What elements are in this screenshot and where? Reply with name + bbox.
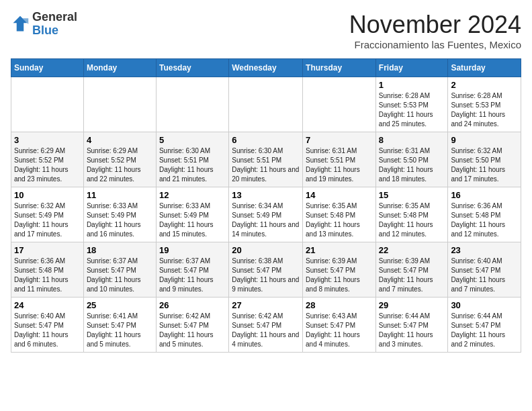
cell-sun-info: Sunrise: 6:28 AM Sunset: 5:53 PM Dayligh…: [379, 91, 445, 129]
calendar-table: SundayMondayTuesdayWednesdayThursdayFrid…: [11, 58, 521, 353]
table-row: 10Sunrise: 6:32 AM Sunset: 5:49 PM Dayli…: [11, 187, 84, 242]
cell-sun-info: Sunrise: 6:32 AM Sunset: 5:50 PM Dayligh…: [451, 146, 518, 184]
cell-sun-info: Sunrise: 6:35 AM Sunset: 5:48 PM Dayligh…: [379, 201, 445, 239]
day-number: 12: [159, 190, 226, 200]
day-number: 22: [379, 245, 445, 255]
table-row: 13Sunrise: 6:34 AM Sunset: 5:49 PM Dayli…: [229, 187, 303, 242]
month-title: November 2024: [349, 11, 521, 39]
table-row: 19Sunrise: 6:37 AM Sunset: 5:47 PM Dayli…: [156, 242, 228, 298]
col-header-monday: Monday: [83, 59, 156, 77]
cell-sun-info: Sunrise: 6:43 AM Sunset: 5:47 PM Dayligh…: [306, 312, 373, 349]
table-row: 23Sunrise: 6:40 AM Sunset: 5:47 PM Dayli…: [448, 242, 521, 298]
day-number: 9: [451, 135, 518, 145]
cell-sun-info: Sunrise: 6:30 AM Sunset: 5:51 PM Dayligh…: [159, 146, 226, 184]
col-header-thursday: Thursday: [303, 59, 376, 77]
day-number: 7: [306, 135, 373, 145]
cell-sun-info: Sunrise: 6:35 AM Sunset: 5:48 PM Dayligh…: [306, 201, 373, 239]
day-number: 29: [379, 300, 445, 310]
table-row: 21Sunrise: 6:39 AM Sunset: 5:47 PM Dayli…: [303, 242, 376, 298]
table-row: 7Sunrise: 6:31 AM Sunset: 5:51 PM Daylig…: [303, 132, 376, 187]
table-row: 17Sunrise: 6:36 AM Sunset: 5:48 PM Dayli…: [11, 242, 84, 298]
table-row: 8Sunrise: 6:31 AM Sunset: 5:50 PM Daylig…: [375, 132, 448, 187]
day-number: 5: [159, 135, 226, 145]
logo-blue-text: Blue: [32, 24, 58, 37]
day-number: 13: [232, 190, 300, 200]
table-row: 28Sunrise: 6:43 AM Sunset: 5:47 PM Dayli…: [303, 298, 376, 353]
day-number: 15: [379, 190, 445, 200]
table-row: 11Sunrise: 6:33 AM Sunset: 5:49 PM Dayli…: [83, 187, 156, 242]
logo-icon: [11, 15, 30, 34]
day-number: 21: [306, 245, 373, 255]
cell-sun-info: Sunrise: 6:38 AM Sunset: 5:47 PM Dayligh…: [232, 257, 300, 294]
day-number: 27: [232, 300, 300, 310]
table-row: [303, 77, 376, 132]
table-row: 20Sunrise: 6:38 AM Sunset: 5:47 PM Dayli…: [229, 242, 303, 298]
day-number: 3: [14, 135, 81, 145]
logo-general-text: General: [32, 10, 77, 24]
day-number: 4: [87, 135, 153, 145]
cell-sun-info: Sunrise: 6:29 AM Sunset: 5:52 PM Dayligh…: [14, 146, 81, 184]
table-row: 16Sunrise: 6:36 AM Sunset: 5:48 PM Dayli…: [448, 187, 521, 242]
table-row: 9Sunrise: 6:32 AM Sunset: 5:50 PM Daylig…: [448, 132, 521, 187]
location-title: Fraccionamiento las Fuentes, Mexico: [349, 39, 521, 50]
table-row: 24Sunrise: 6:40 AM Sunset: 5:47 PM Dayli…: [11, 298, 84, 353]
table-row: 2Sunrise: 6:28 AM Sunset: 5:53 PM Daylig…: [448, 77, 521, 132]
day-number: 30: [451, 300, 518, 310]
table-row: 15Sunrise: 6:35 AM Sunset: 5:48 PM Dayli…: [375, 187, 448, 242]
table-row: 29Sunrise: 6:44 AM Sunset: 5:47 PM Dayli…: [375, 298, 448, 353]
cell-sun-info: Sunrise: 6:42 AM Sunset: 5:47 PM Dayligh…: [232, 312, 300, 349]
day-number: 25: [87, 300, 153, 310]
table-row: [229, 77, 303, 132]
cell-sun-info: Sunrise: 6:29 AM Sunset: 5:52 PM Dayligh…: [87, 146, 153, 184]
table-row: 4Sunrise: 6:29 AM Sunset: 5:52 PM Daylig…: [83, 132, 156, 187]
table-row: [83, 77, 156, 132]
cell-sun-info: Sunrise: 6:42 AM Sunset: 5:47 PM Dayligh…: [159, 312, 226, 349]
day-number: 8: [379, 135, 445, 145]
col-header-sunday: Sunday: [11, 59, 84, 77]
table-row: 12Sunrise: 6:33 AM Sunset: 5:49 PM Dayli…: [156, 187, 228, 242]
day-number: 11: [87, 190, 153, 200]
cell-sun-info: Sunrise: 6:41 AM Sunset: 5:47 PM Dayligh…: [87, 312, 153, 349]
cell-sun-info: Sunrise: 6:30 AM Sunset: 5:51 PM Dayligh…: [232, 146, 300, 184]
table-row: 27Sunrise: 6:42 AM Sunset: 5:47 PM Dayli…: [229, 298, 303, 353]
cell-sun-info: Sunrise: 6:44 AM Sunset: 5:47 PM Dayligh…: [379, 312, 445, 349]
cell-sun-info: Sunrise: 6:37 AM Sunset: 5:47 PM Dayligh…: [159, 257, 226, 294]
cell-sun-info: Sunrise: 6:31 AM Sunset: 5:51 PM Dayligh…: [306, 146, 373, 184]
day-number: 17: [14, 245, 81, 255]
table-row: 18Sunrise: 6:37 AM Sunset: 5:47 PM Dayli…: [83, 242, 156, 298]
cell-sun-info: Sunrise: 6:32 AM Sunset: 5:49 PM Dayligh…: [14, 201, 81, 239]
day-number: 16: [451, 190, 518, 200]
day-number: 14: [306, 190, 373, 200]
day-number: 6: [232, 135, 300, 145]
cell-sun-info: Sunrise: 6:39 AM Sunset: 5:47 PM Dayligh…: [306, 257, 373, 294]
day-number: 19: [159, 245, 226, 255]
table-row: 26Sunrise: 6:42 AM Sunset: 5:47 PM Dayli…: [156, 298, 228, 353]
cell-sun-info: Sunrise: 6:40 AM Sunset: 5:47 PM Dayligh…: [451, 257, 518, 294]
table-row: [156, 77, 228, 132]
day-number: 26: [159, 300, 226, 310]
cell-sun-info: Sunrise: 6:36 AM Sunset: 5:48 PM Dayligh…: [451, 201, 518, 239]
table-row: 6Sunrise: 6:30 AM Sunset: 5:51 PM Daylig…: [229, 132, 303, 187]
day-number: 18: [87, 245, 153, 255]
cell-sun-info: Sunrise: 6:28 AM Sunset: 5:53 PM Dayligh…: [451, 91, 518, 129]
table-row: 22Sunrise: 6:39 AM Sunset: 5:47 PM Dayli…: [375, 242, 448, 298]
cell-sun-info: Sunrise: 6:40 AM Sunset: 5:47 PM Dayligh…: [14, 312, 81, 349]
day-number: 10: [14, 190, 81, 200]
col-header-wednesday: Wednesday: [229, 59, 303, 77]
title-area: November 2024 Fraccionamiento las Fuente…: [349, 11, 521, 50]
table-row: 14Sunrise: 6:35 AM Sunset: 5:48 PM Dayli…: [303, 187, 376, 242]
cell-sun-info: Sunrise: 6:33 AM Sunset: 5:49 PM Dayligh…: [159, 201, 226, 239]
col-header-tuesday: Tuesday: [156, 59, 228, 77]
logo: General Blue: [11, 11, 77, 38]
day-number: 24: [14, 300, 81, 310]
cell-sun-info: Sunrise: 6:39 AM Sunset: 5:47 PM Dayligh…: [379, 257, 445, 294]
table-row: 30Sunrise: 6:44 AM Sunset: 5:47 PM Dayli…: [448, 298, 521, 353]
cell-sun-info: Sunrise: 6:36 AM Sunset: 5:48 PM Dayligh…: [14, 257, 81, 294]
day-number: 23: [451, 245, 518, 255]
cell-sun-info: Sunrise: 6:34 AM Sunset: 5:49 PM Dayligh…: [232, 201, 300, 239]
cell-sun-info: Sunrise: 6:33 AM Sunset: 5:49 PM Dayligh…: [87, 201, 153, 239]
cell-sun-info: Sunrise: 6:31 AM Sunset: 5:50 PM Dayligh…: [379, 146, 445, 184]
col-header-saturday: Saturday: [448, 59, 521, 77]
day-number: 2: [451, 80, 518, 90]
day-number: 28: [306, 300, 373, 310]
